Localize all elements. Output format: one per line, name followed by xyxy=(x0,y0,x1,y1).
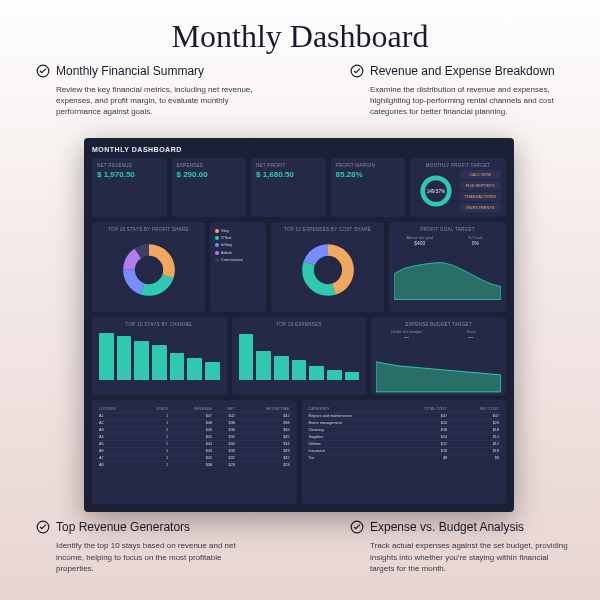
kpi-value: $ 290.00 xyxy=(177,170,242,179)
profit-target-panel: MONTHLY PROFIT TARGET 149.57% CALC NOW F… xyxy=(410,158,506,217)
expense-budget-area-chart xyxy=(376,340,501,394)
panel-title: EXPENSE BUDGET TARGET xyxy=(376,322,501,327)
corner-desc: Review the key financial metrics, includ… xyxy=(36,84,256,118)
mini-value: 0% xyxy=(450,240,502,246)
profit-goal-area-chart xyxy=(394,249,501,307)
kpi-value: 85.28% xyxy=(336,170,401,179)
corner-expense-budget: Expense vs. Budget Analysis Track actual… xyxy=(350,520,570,574)
donut-expense-share: TOP 10 EXPENSES BY COST SHARE xyxy=(271,222,384,312)
kpi-value: $ 1,680.50 xyxy=(256,170,321,179)
kpi-label: EXPENSES xyxy=(177,163,242,168)
file-reports-button[interactable]: FILE REPORTS xyxy=(460,181,502,190)
gauge-icon: 149.57% xyxy=(419,174,453,208)
kpi-expenses: EXPENSES $ 290.00 xyxy=(172,158,247,217)
corner-title: Top Revenue Generators xyxy=(56,520,190,534)
check-circle-icon xyxy=(350,520,364,534)
kpi-label: PROFIT MARGIN xyxy=(336,163,401,168)
bar-stays-channel: TOP 10 STAYS BY CHANNEL Stay 1Stay 2Stay… xyxy=(92,317,227,395)
check-circle-icon xyxy=(36,520,50,534)
transactions-button[interactable]: TRANSACTIONS xyxy=(460,192,502,201)
corner-top-revenue: Top Revenue Generators Identify the top … xyxy=(36,520,256,574)
profit-goal-panel: PROFIT GOAL TARGET Above the goal$400 % … xyxy=(389,222,506,312)
table-categories: CATEGORYTOTAL COSTNET COSTRepairs and ma… xyxy=(302,400,507,504)
corner-revenue-expense: Revenue and Expense Breakdown Examine th… xyxy=(350,64,570,118)
corner-title: Monthly Financial Summary xyxy=(56,64,204,78)
donut-profit-legend: StayOTestInStayArbnbCommission xyxy=(210,222,266,312)
kpi-label: NET REVENUE xyxy=(97,163,162,168)
table-listings: LISTINGSSTAYSREVENUENETNET INCOMEA11$47$… xyxy=(92,400,297,504)
panel-title: PROFIT GOAL TARGET xyxy=(394,227,501,232)
kpi-net-revenue: NET REVENUE $ 1,970.50 xyxy=(92,158,167,217)
corner-title: Expense vs. Budget Analysis xyxy=(370,520,524,534)
corner-desc: Track actual expenses against the set bu… xyxy=(350,540,570,574)
corner-financial-summary: Monthly Financial Summary Review the key… xyxy=(36,64,256,118)
mini-value: $400 xyxy=(394,240,446,246)
corner-desc: Identify the top 10 stays based on reven… xyxy=(36,540,256,574)
kpi-label: NET PROFIT xyxy=(256,163,321,168)
kpi-profit-margin: PROFIT MARGIN 85.28% xyxy=(331,158,406,217)
kpi-net-profit: NET PROFIT $ 1,680.50 xyxy=(251,158,326,217)
kpi-value: $ 1,970.50 xyxy=(97,170,162,179)
check-circle-icon xyxy=(350,64,364,78)
bar-top-expenses: TOP 10 EXPENSES RepairsMgmtCleanSupplies… xyxy=(232,317,367,395)
svg-text:149.57%: 149.57% xyxy=(426,189,445,194)
check-circle-icon xyxy=(36,64,50,78)
dashboard-title: MONTHLY DASHBOARD xyxy=(92,146,506,153)
donut-profit-share: TOP 10 STAYS BY PROFIT SHARE xyxy=(92,222,205,312)
panel-title: MONTHLY PROFIT TARGET xyxy=(415,163,501,168)
calc-now-button[interactable]: CALC NOW xyxy=(460,170,502,179)
investments-button[interactable]: INVESTMENTS xyxy=(460,203,502,212)
page-title: Monthly Dashboard xyxy=(0,0,600,69)
corner-title: Revenue and Expense Breakdown xyxy=(370,64,555,78)
expense-budget-panel: EXPENSE BUDGET TARGET Under the budget— … xyxy=(371,317,506,395)
corner-desc: Examine the distribution of revenue and … xyxy=(350,84,570,118)
dashboard-card: MONTHLY DASHBOARD NET REVENUE $ 1,970.50… xyxy=(84,138,514,512)
